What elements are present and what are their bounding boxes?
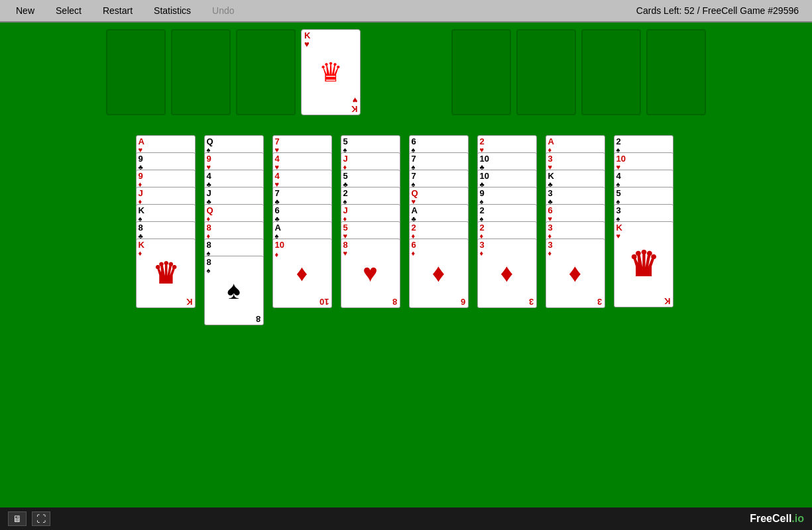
columns-area: A♥ 9♣ 9♦ J♦ K♠ 8♣ K ♦ ♛ K <box>0 135 812 321</box>
menu-statistics[interactable]: Statistics <box>143 3 202 19</box>
column-8: 2♠ 10♥ 4♠ 5♠ 3♠ K ♥ ♛ K <box>614 135 677 321</box>
column-3: 7♥ 4♥ 4♥ 7♣ 6♣ A♠ 10 ♦ ♦ 10 <box>272 135 335 321</box>
fullscreen-icon[interactable]: ⛶ <box>32 511 50 526</box>
brand-logo: FreeCell.io <box>750 513 804 525</box>
column-1: A♥ 9♣ 9♦ J♦ K♠ 8♣ K ♦ ♛ K <box>136 135 199 321</box>
freecell-2[interactable] <box>171 29 231 115</box>
column-6: 2♥ 10♣ 10♣ 9♠ 2♠ 2♦ 3 ♦ ♦ 3 <box>477 135 540 321</box>
column-5: 6♠ 7♠ 7♠ Q♥ A♣ 2♦ 6 ♦ ♦ 6 <box>409 135 472 321</box>
card-6d[interactable]: 6 ♦ ♦ 6 <box>409 238 469 308</box>
foundation-1[interactable] <box>451 29 511 115</box>
menu-new[interactable]: New <box>5 3 45 19</box>
foundations <box>451 29 706 129</box>
foundation-2[interactable] <box>516 29 576 115</box>
monitor-icon: 🖥 <box>8 511 27 526</box>
foundation-3[interactable] <box>581 29 641 115</box>
top-area: K♥ ♛ K♥ <box>0 23 812 129</box>
king-face: ♛ <box>319 57 343 87</box>
freecell-1[interactable] <box>106 29 166 115</box>
freecell-3[interactable] <box>236 29 296 115</box>
card-3d[interactable]: 3 ♦ ♦ 3 <box>477 238 537 308</box>
statusbar: 🖥 ⛶ FreeCell.io <box>0 507 812 530</box>
menu-restart[interactable]: Restart <box>92 3 143 19</box>
free-cells: K♥ ♛ K♥ <box>106 29 361 129</box>
menu-undo[interactable]: Undo <box>202 3 245 19</box>
game-area: K♥ ♛ K♥ A♥ 9♣ 9♦ J♦ <box>0 23 812 507</box>
menubar: New Select Restart Statistics Undo Cards… <box>0 0 812 23</box>
column-7: A♦ 3♥ K♣ 3♣ 6♥ 3♦ 3 ♦ ♦ 3 <box>546 135 609 321</box>
column-4: 5♠ J♦ 5♣ 2♠ J♦ 5♥ 8 ♥ ♥ 8 <box>341 135 404 321</box>
brand-suffix: .io <box>791 513 804 524</box>
card-8h[interactable]: 8 ♥ ♥ 8 <box>341 238 400 308</box>
king-rank-tl: K♥ <box>304 31 310 48</box>
card-kd[interactable]: K ♦ ♛ K <box>136 238 196 308</box>
game-status: Cards Left: 52 / FreeCell Game #29596 <box>636 5 799 16</box>
card-kh2[interactable]: K ♥ ♛ K <box>614 221 673 307</box>
menu-select[interactable]: Select <box>45 3 92 19</box>
statusbar-icons: 🖥 ⛶ <box>8 511 50 526</box>
column-2: Q♠ 9♥ 4♣ J♣ Q♦ 8♦ 8♠ 8 ♠ ♠ <box>204 135 267 321</box>
foundation-4[interactable] <box>646 29 706 115</box>
king-rank-br: K♥ <box>351 96 357 113</box>
card-8s2[interactable]: 8 ♠ ♠ 8 <box>204 256 264 325</box>
card-3d3[interactable]: 3 ♦ ♦ 3 <box>546 238 605 308</box>
freecell-4[interactable]: K♥ ♛ K♥ <box>301 29 361 115</box>
card-10d[interactable]: 10 ♦ ♦ 10 <box>272 238 332 308</box>
